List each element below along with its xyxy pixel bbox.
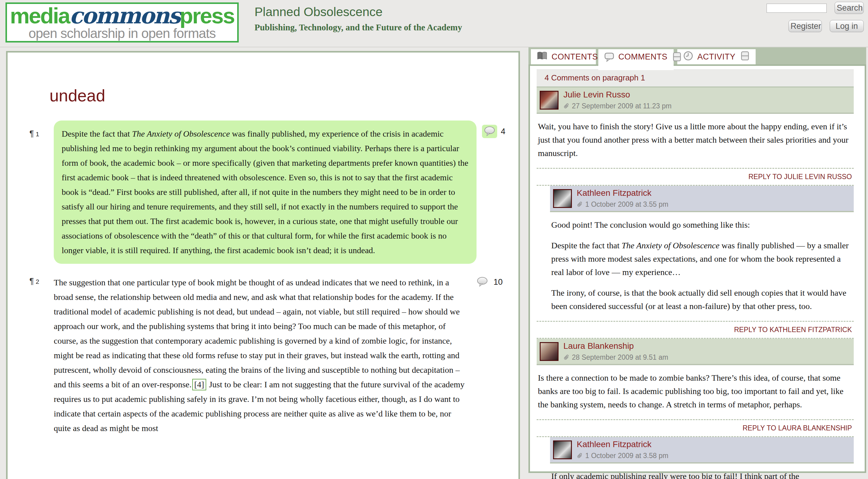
comment-book-title: The Anxiety of Obsolescence — [622, 241, 719, 250]
comment-julie-levin-russo: Julie Levin Russo 27 September 2009 at 1… — [537, 88, 854, 186]
comment-paragraph: If only academic publishing really were … — [551, 470, 852, 479]
comment-paragraph: Is there a connection to be made to zomb… — [538, 371, 852, 411]
comment-author-link[interactable]: Julie Levin Russo — [563, 90, 672, 100]
book-subtitle: Publishing, Technology, and the Future o… — [254, 23, 462, 32]
avatar[interactable] — [553, 189, 572, 208]
book-icon — [537, 51, 547, 63]
comment-date: 27 September 2009 at 11.23 pm — [563, 102, 672, 110]
logo-media: media — [10, 3, 69, 28]
comment-laura-blankenship: Laura Blankenship 28 September 2009 at 9… — [537, 339, 854, 437]
comment-header: Laura Blankenship 28 September 2009 at 9… — [537, 339, 854, 365]
comment-body: Is there a connection to be made to zomb… — [537, 365, 854, 419]
comment-author-link[interactable]: Laura Blankenship — [563, 341, 668, 351]
site-header: mediacommonspress open scholarship in op… — [0, 0, 868, 47]
comment-seg: Despite the fact that — [551, 241, 622, 250]
panel-toggle-icon[interactable] — [673, 52, 681, 63]
comment-count-label: 4 — [501, 127, 505, 136]
comment-header: Julie Levin Russo 27 September 2009 at 1… — [537, 88, 854, 114]
comment-meta: Julie Levin Russo 27 September 2009 at 1… — [563, 90, 672, 110]
comment-paragraph: Wait, you have to finish the story! Give… — [538, 120, 852, 160]
logo-tagline: open scholarship in open formats — [29, 26, 216, 40]
comment-paragraph: Despite the fact that The Anxiety of Obs… — [551, 239, 852, 279]
page-title: undead — [50, 86, 519, 105]
permalink-icon[interactable] — [577, 201, 583, 208]
logo-commons: commons — [69, 2, 180, 29]
comment-date-text: 1 October 2009 at 3.58 pm — [585, 452, 669, 460]
pilcrow: ¶ — [29, 277, 34, 286]
comment-bubble-icon — [482, 125, 497, 138]
document-panel: undead ¶1 Despite the fact that The Anxi… — [6, 51, 520, 479]
permalink-icon[interactable] — [563, 103, 569, 109]
comment-paragraph: Good point! The conclusion would go some… — [551, 218, 852, 232]
paragraph-number: 2 — [36, 278, 39, 285]
comment-date-text: 28 September 2009 at 9.51 am — [572, 353, 668, 361]
avatar[interactable] — [540, 342, 559, 361]
clock-icon — [683, 51, 693, 63]
register-button[interactable]: Register — [788, 20, 822, 32]
paragraph-1-book-title: The Anxiety of Obsolescence — [132, 129, 230, 138]
reply-to-julie-link[interactable]: REPLY TO JULIE LEVIN RUSSO — [537, 168, 854, 186]
comment-date: 1 October 2009 at 3.55 pm — [577, 200, 669, 209]
panel-toggle-icon[interactable] — [741, 51, 749, 63]
paragraph-1-seg2: was finally published, my experience of … — [62, 129, 468, 255]
search-input[interactable] — [767, 4, 827, 13]
paragraph-2-seg0: The suggestion that one particular type … — [54, 278, 460, 389]
search-button[interactable]: Search — [835, 2, 864, 14]
paragraph-1-row: ¶1 Despite the fact that The Anxiety of … — [8, 121, 519, 264]
comment-date: 1 October 2009 at 3.58 pm — [577, 452, 669, 460]
reply-label: REPLY TO JULIE LEVIN RUSSO — [748, 173, 852, 181]
paragraph-1-text[interactable]: Despite the fact that The Anxiety of Obs… — [54, 121, 476, 264]
site-logo[interactable]: mediacommonspress open scholarship in op… — [5, 2, 239, 42]
comment-meta: Kathleen Fitzpatrick 1 October 2009 at 3… — [577, 188, 669, 209]
comment-date-text: 27 September 2009 at 11.23 pm — [572, 102, 672, 110]
paragraph-2-text[interactable]: The suggestion that one particular type … — [54, 275, 469, 436]
paragraph-1-marker[interactable]: ¶1 — [29, 121, 49, 138]
logo-wordmark: mediacommonspress — [10, 5, 234, 26]
reply-to-laura-link[interactable]: REPLY TO LAURA BLANKENSHIP — [537, 419, 854, 437]
logo-press: press — [180, 3, 234, 28]
login-button[interactable]: Log in — [830, 20, 864, 32]
paragraph-2-comment-count[interactable]: 10 — [475, 275, 503, 289]
avatar[interactable] — [540, 91, 559, 109]
sidebar-tabs: CONTENTS COMMENTS ACTIVITY — [528, 47, 866, 64]
footnote-4-link[interactable]: [4] — [192, 379, 207, 390]
comment-body: Good point! The conclusion would go some… — [550, 212, 854, 321]
paragraph-number: 1 — [36, 130, 39, 137]
avatar[interactable] — [553, 441, 572, 459]
permalink-icon[interactable] — [563, 354, 569, 361]
paragraph-1-seg0: Despite the fact that — [62, 129, 132, 138]
comment-author-link[interactable]: Kathleen Fitzpatrick — [577, 440, 669, 449]
tab-contents-label: CONTENTS — [552, 52, 598, 62]
tab-activity[interactable]: ACTIVITY — [677, 49, 756, 64]
paragraph-1-comment-count[interactable]: 4 — [482, 125, 505, 138]
comment-meta: Laura Blankenship 28 September 2009 at 9… — [563, 341, 668, 361]
comment-date-text: 1 October 2009 at 3.55 pm — [585, 200, 669, 209]
book-title[interactable]: Planned Obsolescence — [254, 5, 383, 19]
comment-header: Kathleen Fitzpatrick 1 October 2009 at 3… — [550, 437, 854, 464]
paragraph-2-row: ¶2 The suggestion that one particular ty… — [8, 275, 519, 436]
tab-comments[interactable]: COMMENTS — [598, 49, 674, 70]
comment-paragraph: The irony, of course, is that the book a… — [551, 286, 852, 313]
paragraph-2-marker[interactable]: ¶2 — [29, 275, 49, 286]
comment-date: 28 September 2009 at 9.51 am — [563, 353, 668, 361]
reply-label: REPLY TO KATHLEEN FITZPATRICK — [734, 326, 852, 333]
comments-panel: 4 Comments on paragraph 1 Julie Levin Ru… — [528, 64, 866, 473]
reply-label: REPLY TO LAURA BLANKENSHIP — [743, 424, 852, 432]
comment-header: Kathleen Fitzpatrick 1 October 2009 at 3… — [550, 186, 854, 212]
reply-to-kathleen-link[interactable]: REPLY TO KATHLEEN FITZPATRICK — [537, 321, 854, 339]
comment-kathleen-fitzpatrick-1: Kathleen Fitzpatrick 1 October 2009 at 3… — [537, 186, 854, 339]
comment-kathleen-fitzpatrick-2: Kathleen Fitzpatrick 1 October 2009 at 3… — [537, 437, 854, 479]
tab-activity-label: ACTIVITY — [697, 52, 736, 62]
tab-contents[interactable]: CONTENTS — [531, 49, 596, 64]
comment-bubble-icon — [475, 275, 490, 289]
permalink-icon[interactable] — [577, 453, 583, 459]
comment-count-label: 10 — [494, 278, 503, 287]
comment-body: If only academic publishing really were … — [550, 464, 854, 479]
comments-count-bar: 4 Comments on paragraph 1 — [537, 69, 854, 88]
comment-body: Wait, you have to finish the story! Give… — [537, 114, 854, 168]
pilcrow: ¶ — [29, 129, 34, 138]
tab-comments-label: COMMENTS — [618, 52, 668, 62]
comment-meta: Kathleen Fitzpatrick 1 October 2009 at 3… — [577, 440, 669, 460]
comment-bubble-icon — [604, 52, 614, 64]
comment-author-link[interactable]: Kathleen Fitzpatrick — [577, 188, 669, 198]
